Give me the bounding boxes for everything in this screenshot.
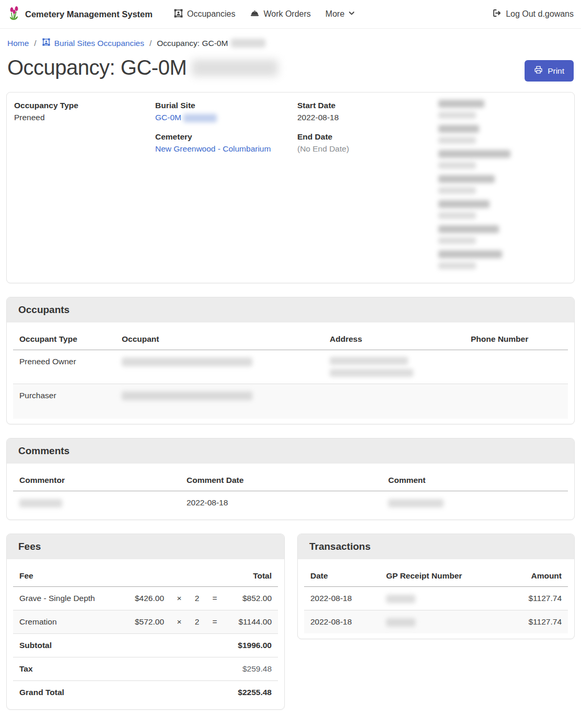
subtotal-label: Subtotal — [13, 634, 215, 657]
redacted-field — [438, 150, 567, 169]
breadcrumb-occupancies-label: Burial Sites Occupancies — [54, 39, 144, 48]
fee-price-cell: $426.00 — [126, 587, 170, 610]
column-header: Address — [323, 326, 464, 350]
title-row: Occupancy: GC-0M Print — [0, 52, 581, 82]
cemetery-link[interactable]: New Greenwood - Columbarium — [155, 144, 271, 153]
field-occupancy-type: Occupancy Type Preneed — [14, 100, 155, 124]
column-header: Fee — [13, 562, 126, 586]
amount-cell: $1127.74 — [505, 610, 568, 633]
fee-total-cell: $852.00 — [224, 587, 278, 610]
column-header: Occupant Type — [13, 326, 115, 350]
breadcrumb-current-label: Occupancy: GC-0M — [157, 39, 228, 48]
comments-table-header: Commentor Comment Date Comment — [13, 467, 568, 491]
occupants-table: Occupant Type Occupant Address Phone Num… — [13, 326, 568, 419]
breadcrumb: Home / Burial Sites Occupancies / Occupa… — [0, 29, 581, 52]
fee-price-cell: $572.00 — [126, 610, 170, 633]
transactions-table: Date GP Receipt Number Amount 2022-08-18… — [304, 562, 568, 633]
column-header: Phone Number — [464, 326, 568, 350]
column-header: Comment — [382, 467, 568, 491]
field-end-date: End Date (No End Date) — [297, 131, 438, 155]
page-title-text: Occupancy: GC-0M — [7, 56, 187, 79]
details-col-1: Occupancy Type Preneed — [14, 100, 155, 275]
fee-equals-cell: = — [206, 610, 224, 633]
nav-item-more[interactable]: More — [326, 9, 355, 19]
fee-qty-cell: 2 — [188, 610, 206, 633]
subtotal-value: $1996.00 — [215, 634, 278, 657]
redacted-text — [192, 60, 278, 76]
logout-icon — [492, 8, 502, 20]
transactions-section-title: Transactions — [298, 534, 574, 559]
redacted-text — [183, 114, 217, 122]
redacted-field — [438, 175, 567, 194]
subtotal-row: Subtotal $1996.00 — [13, 634, 278, 657]
transaction-date-cell: 2022-08-18 — [304, 610, 380, 633]
fee-total-cell: $1144.00 — [224, 610, 278, 633]
chevron-down-icon — [348, 9, 355, 19]
transactions-table-header: Date GP Receipt Number Amount — [304, 562, 568, 587]
breadcrumb-separator: / — [149, 39, 152, 48]
occupant-type-cell: Preneed Owner — [13, 350, 115, 373]
address-cell — [323, 350, 464, 384]
app-title: Cemetery Management System — [25, 9, 153, 19]
table-row: 2022-08-18 $1127.74 — [304, 587, 568, 610]
table-row: Cremation $572.00 × 2 = $1144.00 — [13, 610, 278, 634]
field-label: Start Date — [297, 100, 438, 111]
occupants-table-header: Occupant Type Occupant Address Phone Num… — [13, 326, 568, 350]
print-button-label: Print — [548, 66, 564, 76]
field-start-date: Start Date 2022-08-18 — [297, 100, 438, 124]
field-value: 2022-08-18 — [297, 111, 438, 124]
app-brand[interactable]: Cemetery Management System — [7, 5, 153, 23]
occupants-section-title: Occupants — [7, 297, 574, 322]
nav-item-label: Work Orders — [263, 9, 310, 19]
column-header: Total — [224, 562, 278, 586]
table-row: Purchaser — [13, 384, 568, 419]
grand-total-row: Grand Total $2255.48 — [13, 681, 278, 704]
occupancy-details-card: Occupancy Type Preneed Burial Site GC-0M… — [6, 92, 575, 283]
details-col-2: Burial Site GC-0M Cemetery New Greenwood… — [155, 100, 297, 275]
nav-item-work-orders[interactable]: Work Orders — [250, 8, 310, 20]
grand-total-value: $2255.48 — [215, 681, 278, 704]
column-header: Occupant — [115, 326, 323, 350]
fee-name-cell: Cremation — [13, 610, 126, 633]
breadcrumb-occupancies-link[interactable]: Burial Sites Occupancies — [42, 38, 144, 49]
bottom-section: Fees Fee Total Grave - Single Depth $426… — [6, 534, 575, 710]
breadcrumb-separator: / — [34, 39, 36, 48]
fee-times-cell: × — [170, 610, 188, 633]
comments-table: Commentor Comment Date Comment 2022-08-1… — [13, 467, 568, 514]
comment-date-cell: 2022-08-18 — [180, 491, 382, 514]
comment-cell — [382, 491, 568, 514]
tax-row: Tax $259.48 — [13, 657, 278, 681]
nav-item-label: More — [326, 9, 344, 19]
column-header: Commentor — [13, 467, 180, 491]
fees-section-title: Fees — [7, 534, 284, 559]
burial-site-link[interactable]: GC-0M — [155, 113, 181, 122]
field-label: End Date — [297, 131, 438, 143]
redacted-field — [438, 250, 567, 269]
fee-name-cell: Grave - Single Depth — [13, 587, 126, 610]
fee-qty-cell: 2 — [188, 587, 206, 610]
occupant-cell — [115, 350, 323, 373]
address-cell — [323, 384, 464, 398]
occupants-card: Occupants Occupant Type Occupant Address… — [6, 297, 575, 424]
redacted-field — [438, 125, 567, 144]
nav-item-occupancies[interactable]: Occupancies — [173, 8, 236, 20]
table-row: Grave - Single Depth $426.00 × 2 = $852.… — [13, 587, 278, 610]
details-col-3: Start Date 2022-08-18 End Date (No End D… — [297, 100, 438, 275]
fees-card: Fees Fee Total Grave - Single Depth $426… — [6, 534, 285, 710]
field-value: Preneed — [14, 111, 155, 124]
field-label: Cemetery — [155, 131, 297, 143]
amount-cell: $1127.74 — [505, 587, 568, 610]
person-frame-icon — [173, 8, 183, 20]
occupant-cell — [115, 384, 323, 407]
logout-button[interactable]: Log Out d.gowans — [492, 8, 574, 20]
table-row: Preneed Owner — [13, 350, 568, 384]
print-button[interactable]: Print — [525, 60, 574, 82]
column-header: Comment Date — [180, 467, 382, 491]
commentor-cell — [13, 491, 180, 514]
comments-section-title: Comments — [7, 438, 574, 464]
breadcrumb-home-link[interactable]: Home — [7, 39, 29, 48]
redacted-field — [438, 225, 567, 244]
tax-label: Tax — [13, 657, 215, 680]
redacted-field — [438, 200, 567, 219]
printer-icon — [534, 65, 543, 76]
